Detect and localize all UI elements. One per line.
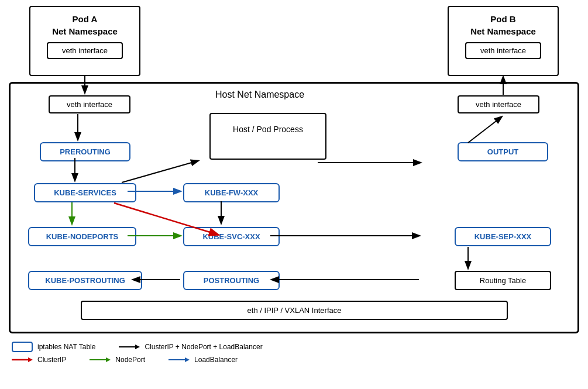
kube-postrouting-chain: KUBE-POSTROUTING xyxy=(28,271,142,290)
pod-b-title: Pod B Net Namespace xyxy=(449,13,558,37)
kube-services-chain: KUBE-SERVICES xyxy=(34,183,136,202)
blue-arrow-icon xyxy=(169,356,190,364)
legend-red-arrow: ClusterIP xyxy=(12,356,66,364)
postrouting-chain: POSTROUTING xyxy=(183,271,280,290)
svg-marker-21 xyxy=(106,357,111,362)
pod-b-namespace: Pod B Net Namespace veth interface xyxy=(448,6,559,76)
kube-svc-xxx-chain: KUBE-SVC-XXX xyxy=(183,227,280,246)
legend-green-label: NodePort xyxy=(115,356,145,364)
output-chain: OUTPUT xyxy=(458,142,548,161)
pod-a-title: Pod A Net Namespace xyxy=(30,13,139,37)
legend-black-arrow: ClusterIP + NodePort + LoadBalancer xyxy=(119,343,262,351)
routing-table: Routing Table xyxy=(455,271,551,290)
host-veth-left: veth interface xyxy=(49,95,130,113)
svg-marker-17 xyxy=(135,345,140,349)
host-veth-right: veth interface xyxy=(458,95,539,113)
svg-marker-19 xyxy=(28,357,33,362)
red-arrow-icon xyxy=(12,356,33,364)
process-box: Host / Pod Process xyxy=(209,113,326,160)
kube-nodeports-chain: KUBE-NODEPORTS xyxy=(28,227,136,246)
legend-red-label: ClusterIP xyxy=(37,356,66,364)
pod-b-title-line2: Net Namespace xyxy=(470,26,536,36)
kube-fw-xxx-chain: KUBE-FW-XXX xyxy=(183,183,280,202)
legend: iptables NAT Table ClusterIP + NodePort … xyxy=(12,339,579,386)
host-namespace: Host Net Namespace veth interface veth i… xyxy=(9,82,579,333)
legend-blue-label: LoadBalancer xyxy=(194,356,238,364)
diagram-container: Pod A Net Namespace veth interface Pod B… xyxy=(0,0,588,389)
legend-black-label: ClusterIP + NodePort + LoadBalancer xyxy=(145,343,262,351)
kube-sep-xxx-chain: KUBE-SEP-XXX xyxy=(455,227,551,246)
legend-blue-arrow: LoadBalancer xyxy=(169,356,238,364)
black-arrow-icon xyxy=(119,343,140,351)
host-title: Host Net Namespace xyxy=(215,89,304,100)
legend-iptables: iptables NAT Table xyxy=(12,342,95,352)
green-arrow-icon xyxy=(90,356,111,364)
legend-green-arrow: NodePort xyxy=(90,356,145,364)
eth-interface: eth / IPIP / VXLAN Interface xyxy=(81,301,508,320)
pod-b-veth: veth interface xyxy=(465,42,541,59)
legend-iptables-box xyxy=(12,342,33,352)
svg-marker-23 xyxy=(185,357,190,362)
pod-a-namespace: Pod A Net Namespace veth interface xyxy=(29,6,140,76)
legend-iptables-label: iptables NAT Table xyxy=(37,343,95,351)
pod-b-title-line1: Pod B xyxy=(490,14,515,24)
pod-a-title-line2: Net Namespace xyxy=(52,26,118,36)
pod-a-title-line1: Pod A xyxy=(73,14,98,24)
pod-a-veth: veth interface xyxy=(47,42,123,59)
prerouting-chain: PREROUTING xyxy=(40,142,130,161)
